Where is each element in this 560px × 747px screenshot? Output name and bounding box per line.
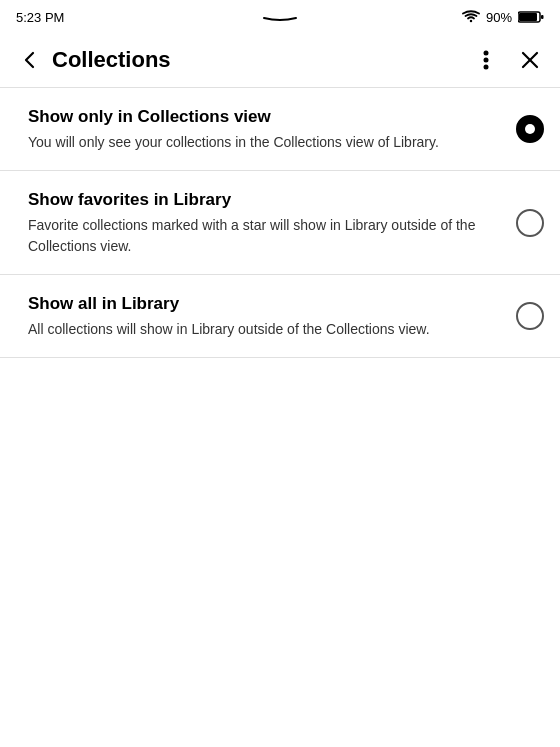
option-title-collections-only: Show only in Collections view — [28, 106, 500, 128]
battery-icon — [518, 10, 544, 24]
back-button[interactable] — [12, 42, 48, 78]
close-button[interactable] — [512, 42, 548, 78]
svg-point-4 — [484, 57, 489, 62]
options-list: Show only in Collections viewYou will on… — [0, 88, 560, 358]
status-time: 5:23 PM — [16, 10, 64, 25]
option-item-show-all[interactable]: Show all in LibraryAll collections will … — [0, 275, 560, 358]
option-title-show-all: Show all in Library — [28, 293, 500, 315]
status-icons: 90% — [462, 10, 544, 25]
svg-point-3 — [484, 50, 489, 55]
option-desc-show-all: All collections will show in Library out… — [28, 319, 500, 339]
page-title: Collections — [52, 47, 468, 73]
toolbar-actions — [468, 42, 548, 78]
radio-show-favorites[interactable] — [516, 209, 544, 237]
svg-rect-2 — [541, 15, 544, 19]
option-desc-collections-only: You will only see your collections in th… — [28, 132, 500, 152]
option-title-show-favorites: Show favorites in Library — [28, 189, 500, 211]
radio-collections-only[interactable] — [516, 115, 544, 143]
radio-show-all[interactable] — [516, 302, 544, 330]
amazon-logo — [260, 6, 300, 28]
option-desc-show-favorites: Favorite collections marked with a star … — [28, 215, 500, 256]
wifi-icon — [462, 10, 480, 24]
battery-percent: 90% — [486, 10, 512, 25]
option-item-collections-only[interactable]: Show only in Collections viewYou will on… — [0, 88, 560, 171]
option-item-show-favorites[interactable]: Show favorites in LibraryFavorite collec… — [0, 171, 560, 275]
toolbar: Collections — [0, 32, 560, 88]
status-bar: 5:23 PM 90% — [0, 0, 560, 32]
svg-rect-1 — [519, 13, 537, 21]
svg-point-5 — [484, 64, 489, 69]
more-options-button[interactable] — [468, 42, 504, 78]
